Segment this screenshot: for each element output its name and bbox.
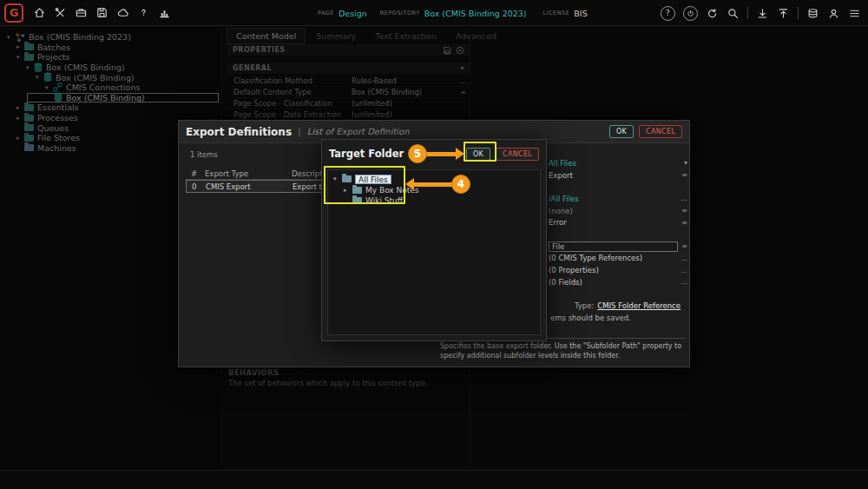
divider: [747, 7, 748, 19]
arrow-5-head: [456, 148, 464, 160]
chevron-down-icon[interactable]: ▾: [681, 159, 687, 167]
panel-value[interactable]: All Files: [549, 159, 681, 168]
ellipsis-button[interactable]: ...: [677, 254, 687, 262]
type-value-link[interactable]: CMIS Folder Reference: [597, 301, 681, 310]
user-icon[interactable]: [827, 7, 840, 20]
hamburger-icon[interactable]: ≡: [678, 207, 687, 215]
panel-row-cmis-type-references[interactable]: (0 CMIS Type References) ...: [549, 253, 687, 265]
type-line: Type:CMIS Folder Reference: [575, 301, 681, 310]
title-separator: |: [298, 126, 301, 137]
panel-value[interactable]: (0 Properties): [549, 266, 677, 274]
panel-row-export[interactable]: Export ≡: [549, 169, 687, 182]
export-cancel-button[interactable]: CANCEL: [639, 125, 682, 138]
export-property-panel: All Files ▾ Export ≡ /All Files ... (non…: [549, 157, 687, 288]
ellipsis-button[interactable]: ...: [677, 195, 687, 202]
hamburger-icon[interactable]: ≡: [678, 242, 687, 250]
ellipsis-button[interactable]: ...: [677, 278, 687, 286]
page-value[interactable]: Design: [339, 9, 367, 18]
question-glyph: ?: [666, 9, 670, 17]
panel-row-file[interactable]: File ≡: [549, 241, 687, 253]
arrow-4-head: [405, 178, 414, 190]
refresh-icon[interactable]: [706, 7, 719, 20]
panel-row-error[interactable]: Error ≡: [549, 216, 687, 228]
briefcase-icon[interactable]: [75, 6, 88, 19]
cloud-icon[interactable]: [116, 6, 129, 19]
dialog-subtitle: List of Export Definition: [307, 127, 410, 136]
arrow-5-shaft: [426, 152, 457, 156]
dialog-title: Target Folder: [329, 148, 404, 160]
items-count: 1 items: [190, 150, 218, 159]
col-export-type: Export Type: [205, 169, 292, 178]
cell-number: 0: [187, 182, 206, 191]
repository-label: REPOSITORY: [380, 10, 420, 17]
panel-row-spacer: [549, 181, 687, 193]
highlight-box-folder-tree: [324, 166, 405, 204]
step-5-badge: 5: [408, 144, 427, 163]
panel-row-folder-path[interactable]: /All Files ...: [549, 193, 687, 205]
divider: [798, 7, 799, 19]
panel-row-fields[interactable]: (0 Fields) ...: [549, 276, 687, 288]
panel-row-none[interactable]: (none) ≡: [549, 205, 687, 217]
tools-icon[interactable]: [54, 6, 67, 19]
download-icon[interactable]: [756, 7, 769, 20]
col-number: #: [186, 169, 205, 178]
chart-icon[interactable]: [158, 6, 171, 19]
dialog-title: Export Definitions: [186, 126, 292, 138]
status-bar: [0, 470, 868, 489]
panel-row-spacer: [549, 228, 687, 241]
panel-row-all-files[interactable]: All Files ▾: [549, 157, 687, 169]
power-circle-icon[interactable]: [683, 6, 698, 21]
ellipsis-button[interactable]: ...: [677, 267, 687, 274]
panel-value[interactable]: (0 Fields): [549, 278, 677, 287]
page-label: PAGE: [318, 10, 334, 17]
app-logo[interactable]: G: [4, 3, 23, 23]
topbar-actions: ?: [661, 0, 861, 26]
type-label: Type:: [575, 301, 594, 310]
export-ok-button[interactable]: OK: [609, 125, 634, 138]
hamburger-icon[interactable]: ≡: [678, 219, 687, 227]
panel-value[interactable]: (none): [549, 207, 678, 215]
topbar-context: PAGE Design REPOSITORY Box (CMIS Binding…: [318, 0, 588, 26]
hamburger-icon[interactable]: ≡: [678, 171, 687, 179]
partial-description-text: ems should be saved.: [550, 314, 631, 322]
panel-value[interactable]: /All Files: [549, 195, 677, 203]
cell-export-type: CMIS Export: [206, 182, 293, 191]
save-icon[interactable]: [95, 6, 108, 19]
step-4-badge: 4: [451, 175, 470, 194]
target-cancel-button[interactable]: CANCEL: [496, 148, 539, 161]
home-icon[interactable]: [33, 6, 46, 19]
database-icon[interactable]: [806, 7, 819, 20]
panel-row-properties[interactable]: (0 Properties) ...: [549, 264, 687, 276]
file-input[interactable]: File: [549, 241, 678, 252]
panel-value[interactable]: Export: [549, 171, 678, 180]
panel-value[interactable]: (0 CMIS Type References): [549, 254, 677, 262]
license-value: BIS: [574, 9, 587, 18]
upload-icon[interactable]: [777, 7, 790, 20]
power-icon: [686, 9, 695, 18]
app-window: G PAGE Design REPOSITORY Box (CMIS Bindi…: [0, 0, 868, 489]
search-icon[interactable]: [727, 7, 740, 20]
highlight-box-ok-button: [464, 142, 496, 162]
arrow-4-shaft: [414, 182, 453, 187]
panel-value[interactable]: Error: [549, 218, 678, 227]
license-label: LICENSE: [543, 10, 570, 17]
topbar-nav: [33, 6, 171, 19]
help-circle-icon[interactable]: ?: [661, 6, 675, 21]
help-icon[interactable]: [137, 6, 150, 19]
repository-value[interactable]: Box (CMIS Binding 2023): [424, 9, 527, 18]
topbar: G PAGE Design REPOSITORY Box (CMIS Bindi…: [0, 0, 868, 26]
menu-icon[interactable]: [848, 7, 861, 20]
